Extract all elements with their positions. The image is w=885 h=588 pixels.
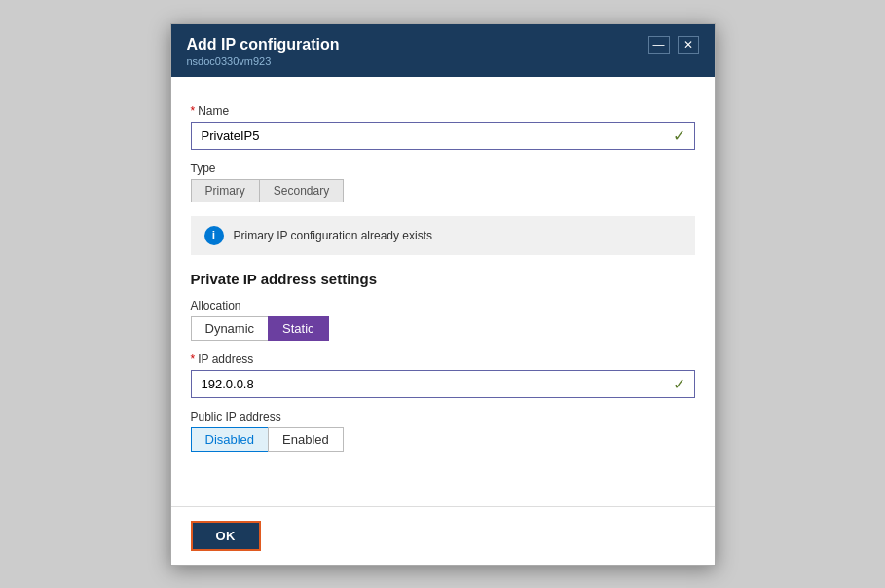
private-ip-section-title: Private IP address settings bbox=[191, 271, 695, 287]
dialog-subtitle: nsdoc0330vm923 bbox=[187, 55, 340, 67]
dialog-header-controls: — ✕ bbox=[648, 36, 699, 54]
name-input[interactable] bbox=[191, 122, 695, 150]
dialog-title: Add IP configuration bbox=[187, 36, 340, 54]
ok-button[interactable]: OK bbox=[191, 521, 262, 551]
public-ip-buttons: Disabled Enabled bbox=[191, 427, 695, 452]
dialog-body: *Name ✓ Type Primary Secondary i Primary… bbox=[171, 77, 715, 467]
add-ip-config-dialog: Add IP configuration nsdoc0330vm923 — ✕ … bbox=[170, 23, 716, 566]
close-button[interactable]: ✕ bbox=[678, 36, 699, 54]
minimize-button[interactable]: — bbox=[648, 36, 670, 54]
name-input-wrapper: ✓ bbox=[191, 122, 695, 150]
public-ip-label: Public IP address bbox=[191, 410, 695, 423]
type-primary-button[interactable]: Primary bbox=[191, 179, 259, 202]
name-check-icon: ✓ bbox=[673, 127, 685, 145]
ip-address-label: *IP address bbox=[191, 352, 695, 366]
type-label: Type bbox=[191, 162, 695, 175]
dialog-footer: OK bbox=[171, 506, 715, 565]
info-banner: i Primary IP configuration already exist… bbox=[191, 216, 695, 255]
allocation-buttons: Dynamic Static bbox=[191, 316, 695, 341]
name-label: *Name bbox=[191, 104, 695, 118]
ip-required-star: * bbox=[191, 352, 196, 366]
allocation-label: Allocation bbox=[191, 299, 695, 312]
dialog-header-left: Add IP configuration nsdoc0330vm923 bbox=[187, 36, 340, 67]
info-icon: i bbox=[204, 226, 224, 245]
ip-address-input-wrapper: ✓ bbox=[191, 370, 695, 398]
name-required-star: * bbox=[191, 104, 196, 118]
info-banner-message: Primary IP configuration already exists bbox=[234, 229, 433, 242]
ip-check-icon: ✓ bbox=[673, 375, 685, 393]
type-secondary-button[interactable]: Secondary bbox=[259, 179, 344, 202]
dialog-header: Add IP configuration nsdoc0330vm923 — ✕ bbox=[171, 24, 715, 77]
allocation-dynamic-button[interactable]: Dynamic bbox=[191, 316, 269, 341]
public-ip-disabled-button[interactable]: Disabled bbox=[191, 427, 269, 452]
allocation-static-button[interactable]: Static bbox=[268, 316, 329, 341]
public-ip-enabled-button[interactable]: Enabled bbox=[268, 427, 344, 452]
ip-address-input[interactable] bbox=[191, 370, 695, 398]
type-buttons: Primary Secondary bbox=[191, 179, 695, 202]
